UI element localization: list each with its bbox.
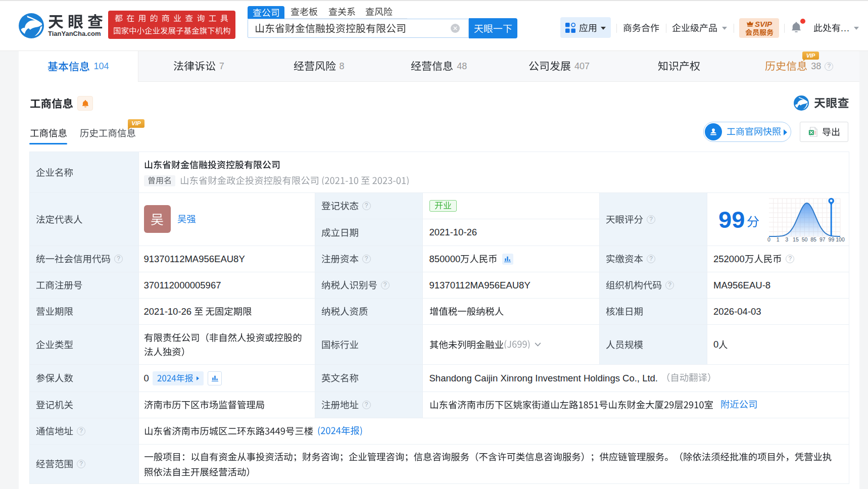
svg-text:99: 99 (829, 236, 835, 242)
svg-text:97: 97 (819, 236, 826, 242)
svg-text:3: 3 (785, 236, 788, 242)
svg-text:100: 100 (836, 236, 845, 242)
svg-text:85: 85 (810, 236, 816, 242)
svg-text:1: 1 (777, 236, 780, 242)
svg-text:15: 15 (793, 236, 799, 242)
svg-text:0: 0 (767, 236, 770, 242)
svg-text:50: 50 (802, 236, 808, 242)
